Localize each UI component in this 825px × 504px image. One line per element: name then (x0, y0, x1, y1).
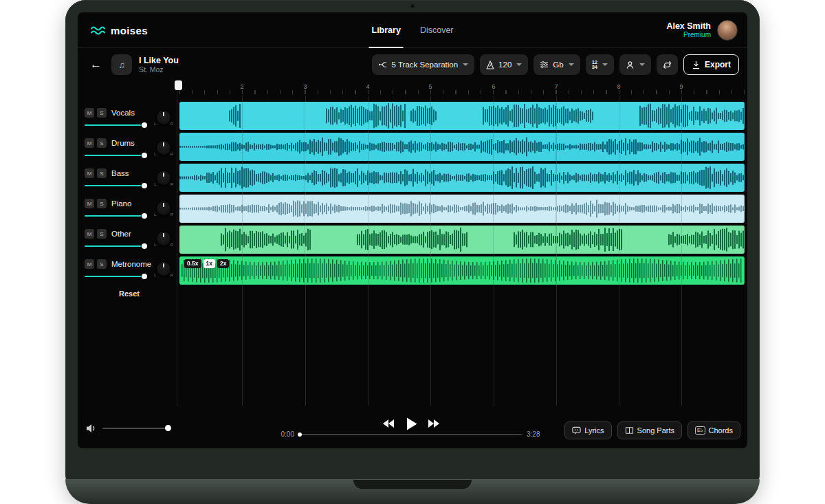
knob-right-label: R (170, 152, 173, 156)
waveform-metronome[interactable]: 0.5x 1x 2x (179, 256, 745, 285)
slider-handle[interactable] (142, 183, 147, 188)
knob-left-label: L (154, 273, 156, 277)
volume-bar[interactable] (102, 428, 168, 429)
bar-marker: 2 (240, 83, 243, 90)
pan-knob[interactable]: L R (156, 140, 171, 155)
time-signature-select[interactable]: 12 34 (586, 54, 614, 75)
mute-button[interactable]: M (85, 168, 94, 178)
pan-knob[interactable]: L R (156, 110, 171, 125)
knob-right-label: R (170, 212, 173, 217)
track-name: Bass (111, 169, 129, 177)
track-name: Metronome (111, 260, 151, 268)
volume-slider[interactable] (85, 243, 146, 249)
slider-handle[interactable] (142, 122, 147, 128)
progress-bar[interactable] (298, 434, 522, 435)
volume-slider[interactable] (85, 212, 146, 219)
mute-button[interactable]: M (85, 108, 94, 118)
song-title: I Like You (139, 56, 179, 65)
mixer-sidebar: M S Vocals L R M S (78, 81, 177, 406)
waveform-vocals[interactable] (179, 102, 745, 130)
webcam-icon (411, 4, 415, 8)
volume-slider[interactable] (85, 182, 146, 188)
knob-right-label: R (170, 182, 173, 186)
play-icon (406, 417, 417, 430)
track-controls-drums: M S Drums L R (78, 138, 177, 166)
chevron-down-icon (602, 63, 608, 66)
progress-handle[interactable] (298, 432, 302, 437)
slider-handle[interactable] (142, 213, 147, 219)
pan-knob[interactable]: L R (156, 261, 171, 276)
volume-handle[interactable] (165, 425, 171, 431)
song-info: I Like You St. Moz (139, 56, 179, 74)
user-plan-badge: Premium (666, 31, 711, 39)
mute-button[interactable]: M (85, 229, 94, 239)
chord-icon: E♭ (695, 426, 705, 435)
slider-handle[interactable] (142, 274, 147, 279)
waveform-piano[interactable] (179, 195, 745, 223)
mute-button[interactable]: M (85, 138, 94, 148)
speed-1x-button[interactable]: 1x (204, 259, 215, 268)
solo-button[interactable]: S (97, 168, 107, 178)
song-parts-button[interactable]: Song Parts (617, 421, 682, 439)
speed-2x-button[interactable]: 2x (217, 259, 229, 268)
pan-knob[interactable]: L R (156, 231, 171, 246)
speed-0-5x-button[interactable]: 0.5x (184, 259, 201, 268)
timeline-ruler[interactable] (179, 90, 745, 94)
timeline-area[interactable]: 2 3 4 5 6 7 8 9 (179, 81, 745, 406)
moises-logo[interactable]: moises (90, 12, 148, 48)
tab-library[interactable]: Library (371, 12, 400, 48)
metronome-icon (486, 61, 494, 69)
mute-button[interactable]: M (85, 259, 94, 269)
track-controls-bass: M S Bass L R (78, 168, 177, 196)
export-label: Export (705, 60, 731, 69)
pan-knob[interactable]: L R (156, 171, 171, 186)
bar-marker: 9 (679, 83, 683, 90)
pan-knob[interactable]: L R (156, 201, 171, 216)
lyrics-button[interactable]: Lyrics (564, 421, 611, 439)
waveform-bass[interactable] (179, 164, 745, 192)
tab-discover[interactable]: Discover (420, 12, 454, 48)
slider-handle[interactable] (142, 243, 147, 249)
track-separation-select[interactable]: 5 Track Separation (372, 54, 475, 75)
avatar[interactable] (717, 20, 738, 41)
solo-button[interactable]: S (97, 199, 107, 208)
separation-label: 5 Track Separation (392, 61, 459, 69)
solo-button[interactable]: S (97, 108, 107, 118)
volume-slider[interactable] (85, 273, 146, 279)
fast-forward-button[interactable] (426, 418, 441, 429)
rewind-button[interactable] (381, 418, 396, 429)
lyrics-icon (572, 426, 581, 435)
knob-right-label: R (170, 243, 173, 247)
page: moises Library Discover Alex Smith Premi… (0, 0, 825, 504)
mute-button[interactable]: M (85, 199, 94, 208)
loop-button[interactable] (657, 54, 678, 75)
back-button[interactable]: ← (90, 58, 102, 72)
time-signature-icon: 12 34 (592, 60, 597, 70)
logo-text: moises (111, 25, 148, 36)
user-menu[interactable]: Alex Smith Premium (666, 12, 738, 48)
track-controls-metronome: M S Metronome L R (78, 259, 177, 287)
bpm-select[interactable]: 120 (480, 54, 528, 75)
voice-select[interactable] (619, 54, 651, 75)
bar-marker: 6 (492, 83, 495, 90)
waveform-drums[interactable] (179, 133, 745, 161)
volume-slider[interactable] (85, 152, 146, 158)
solo-button[interactable]: S (97, 229, 107, 239)
slider-handle[interactable] (142, 153, 147, 158)
export-button[interactable]: Export (683, 54, 739, 75)
play-button[interactable] (405, 416, 419, 431)
playhead[interactable] (175, 80, 182, 90)
chords-button[interactable]: E♭ Chords (688, 421, 740, 439)
volume-icon[interactable] (86, 424, 98, 436)
key-select[interactable]: Gb (534, 54, 580, 75)
reset-button[interactable]: Reset (105, 289, 153, 298)
solo-button[interactable]: S (97, 138, 107, 148)
track-controls-vocals: M S Vocals L R (78, 108, 177, 135)
bar-marker: 3 (303, 83, 307, 90)
solo-button[interactable]: S (97, 259, 107, 269)
elapsed-time: 0:00 (267, 430, 294, 438)
laptop-base (65, 479, 760, 504)
volume-slider[interactable] (85, 122, 146, 128)
waveform-other[interactable] (179, 226, 745, 254)
knob-right-label: R (170, 273, 173, 277)
